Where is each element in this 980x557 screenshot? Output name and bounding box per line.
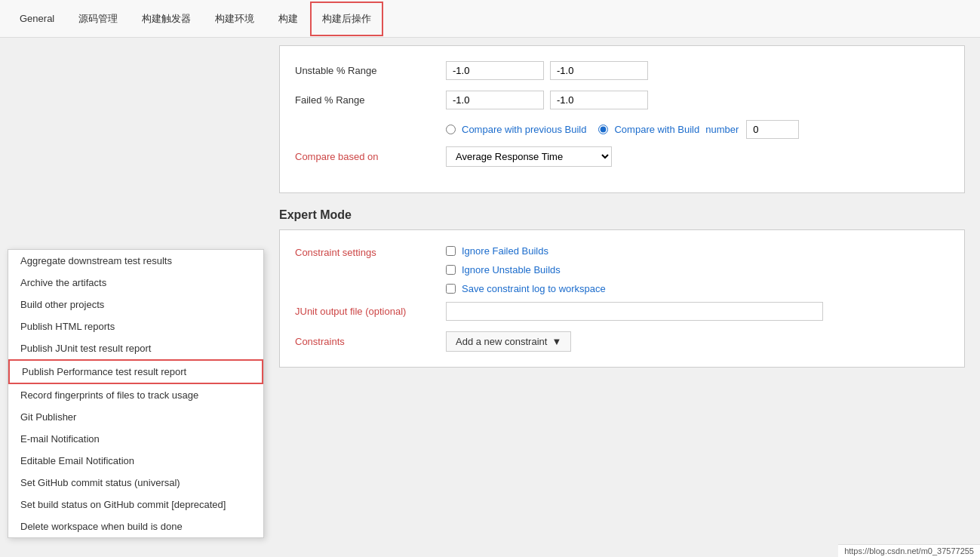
compare-based-select[interactable]: Average Response Time 90% Line Min Max M… — [446, 146, 612, 167]
failed-range-input1[interactable] — [446, 91, 544, 109]
menu-item-delete-workspace[interactable]: Delete workspace when build is done — [8, 515, 263, 537]
compare-prev-label: Compare with previous Build — [462, 124, 586, 135]
left-panel-menu: Aggregate downstream test results Archiv… — [8, 249, 264, 538]
ignore-failed-builds-item: Ignore Failed Builds — [446, 245, 606, 257]
build-number-label: number — [705, 124, 739, 135]
url-text: https://blog.csdn.net/m0_37577255 — [844, 546, 974, 555]
nav-source[interactable]: 源码管理 — [66, 2, 130, 36]
unstable-range-input1[interactable] — [446, 61, 544, 80]
nav-env[interactable]: 构建环境 — [203, 2, 266, 36]
ignore-unstable-builds-label: Ignore Unstable Builds — [462, 264, 561, 275]
ignore-failed-builds-label: Ignore Failed Builds — [462, 245, 548, 257]
menu-item-git-publisher[interactable]: Git Publisher — [8, 406, 263, 428]
nav-general[interactable]: General — [8, 2, 66, 35]
radio-compare-prev[interactable] — [446, 125, 456, 134]
compare-based-label: Compare based on — [295, 151, 446, 162]
compare-based-row: Compare based on Average Response Time 9… — [295, 146, 949, 167]
junit-label: JUnit output file (optional) — [295, 306, 446, 317]
constraint-checks: Ignore Failed Builds Ignore Unstable Bui… — [446, 245, 606, 294]
ignore-failed-builds-checkbox[interactable] — [446, 246, 456, 256]
menu-item-performance[interactable]: Publish Performance test result report — [8, 359, 263, 384]
save-constraint-log-item: Save constraint log to workspace — [446, 283, 606, 294]
dropdown-arrow-icon: ▼ — [551, 336, 561, 347]
menu-item-github-status[interactable]: Set GitHub commit status (universal) — [8, 472, 263, 494]
menu-item-archive[interactable]: Archive the artifacts — [8, 272, 263, 294]
junit-row: JUnit output file (optional) — [295, 302, 949, 321]
menu-item-html[interactable]: Publish HTML reports — [8, 315, 263, 337]
unstable-range-label: Unstable % Range — [295, 65, 446, 76]
constraints-row: Constraints Add a new constraint ▼ — [295, 331, 949, 352]
top-nav: General 源码管理 构建触发器 构建环境 构建 构建后操作 — [0, 0, 980, 38]
menu-item-build-other[interactable]: Build other projects — [8, 294, 263, 315]
nav-trigger[interactable]: 构建触发器 — [130, 2, 203, 36]
compare-radio-row: Compare with previous Build Compare with… — [295, 120, 949, 139]
upper-section: Unstable % Range Failed % Range Compare … — [279, 45, 965, 193]
constraints-label: Constraints — [295, 336, 446, 347]
ignore-unstable-builds-checkbox[interactable] — [446, 265, 456, 275]
menu-item-github-deprecated[interactable]: Set build status on GitHub commit [depre… — [8, 494, 263, 515]
constraint-settings-row: Constraint settings Ignore Failed Builds… — [295, 245, 949, 294]
expert-mode-title: Expert Mode — [279, 208, 965, 222]
save-constraint-log-label: Save constraint log to workspace — [462, 283, 606, 294]
menu-item-editable-email[interactable]: Editable Email Notification — [8, 450, 263, 472]
failed-range-label: Failed % Range — [295, 94, 446, 106]
menu-item-email[interactable]: E-mail Notification — [8, 428, 263, 450]
constraint-settings-label: Constraint settings — [295, 245, 446, 258]
unstable-range-row: Unstable % Range — [295, 61, 949, 80]
menu-item-aggregate[interactable]: Aggregate downstream test results — [8, 250, 263, 272]
unstable-range-input2[interactable] — [550, 61, 648, 80]
nav-build[interactable]: 构建 — [266, 2, 310, 36]
save-constraint-log-checkbox[interactable] — [446, 284, 456, 294]
failed-range-input2[interactable] — [550, 91, 648, 109]
menu-item-fingerprints[interactable]: Record fingerprints of files to track us… — [8, 384, 263, 406]
ignore-unstable-builds-item: Ignore Unstable Builds — [446, 264, 606, 275]
expert-section: Constraint settings Ignore Failed Builds… — [279, 229, 965, 368]
radio-compare-build[interactable] — [598, 125, 608, 134]
build-number-input[interactable] — [746, 120, 799, 139]
menu-item-junit[interactable]: Publish JUnit test result report — [8, 337, 263, 359]
failed-range-row: Failed % Range — [295, 91, 949, 109]
nav-post-build[interactable]: 构建后操作 — [310, 2, 383, 36]
add-constraint-button[interactable]: Add a new constraint ▼ — [446, 331, 571, 352]
add-constraint-label: Add a new constraint — [456, 336, 547, 347]
url-bar: https://blog.csdn.net/m0_37577255 — [838, 544, 980, 557]
compare-build-label: Compare with Build — [614, 124, 699, 135]
junit-input[interactable] — [446, 302, 823, 321]
